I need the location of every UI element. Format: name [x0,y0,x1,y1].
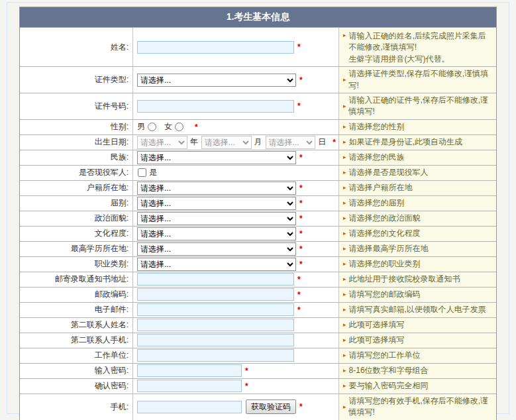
gender-female-radio[interactable] [175,123,183,131]
work-unit-row: 工作单位:▸请填写您的工作单位 [20,348,496,363]
political-status-label: 政治面貌: [20,211,132,226]
second-contact-name-input[interactable] [137,319,294,331]
gender-female-label: 女 [164,121,172,132]
password-label: 输入密码: [20,364,132,378]
id-type-label: 证件类型: [20,67,132,93]
second-contact-phone-row: 第二联系人手机:▸此项可选择填写 [20,333,496,348]
second-contact-phone-input[interactable] [137,334,294,346]
gender-male-radio[interactable] [148,123,156,131]
gender-label: 性别: [20,120,132,134]
work-unit-field [132,348,339,363]
active-military-hint: ▸请选择是否是现役军人 [339,166,496,180]
occupation-type-field: 请选择...* [132,257,339,272]
required-marker: * [245,382,248,391]
id-type-select[interactable]: 请选择... [137,74,296,87]
postal-code-label: 邮政编码: [20,288,132,302]
mailing-address-input[interactable] [137,273,294,286]
name-field: * [132,28,339,66]
day-select[interactable]: 请选择... [266,136,316,149]
password-input[interactable] [137,364,242,377]
required-marker: * [333,138,336,147]
year-unit-label: 年 [190,136,198,148]
second-contact-name-row: 第二联系人姓名:▸此项可选择填写 [20,317,496,333]
mobile-field: 获取验证码* [132,394,339,420]
mailing-address-hint: ▸此地址用于接收院校录取通知书 [339,272,496,287]
hint-bullet-icon: ▸ [343,274,346,284]
postal-code-row: 邮政编码:*▸请填写您的邮政编码 [20,287,496,302]
active-military-label: 是否现役军人: [20,166,132,180]
second-contact-phone-hint-text: 此项可选择填写 [349,335,405,346]
highest-education-location-select[interactable]: 请选择... [137,242,296,256]
occupation-type-hint: ▸请选择您的职业类别 [339,257,496,272]
political-status-select[interactable]: 请选择... [137,212,296,225]
household-registration-label: 户籍所在地: [20,181,132,195]
household-registration-row: 户籍所在地:请选择...*▸请选择户籍所在地 [20,180,496,195]
page-container: 1.考生基本信息 姓名:*▸请输入正确的姓名,后续完成照片采集后不能修改,谨慎填… [7,2,509,414]
second-contact-phone-label: 第二联系人手机: [20,333,132,348]
name-input[interactable] [137,41,294,54]
household-registration-select[interactable]: 请选择... [137,182,296,195]
education-level-select[interactable]: 请选择... [137,227,296,240]
password-hint: ▸8-16位数字和字母组合 [339,364,496,378]
hint-bullet-icon: ▸ [343,402,346,412]
work-unit-input[interactable] [137,349,294,362]
hint-bullet-icon: ▸ [343,259,346,269]
category-label: 届别: [20,196,132,211]
active-military-checkbox[interactable] [138,168,146,177]
second-contact-phone-field [132,333,339,348]
ethnicity-hint-text: 请选择您的民族 [349,152,405,163]
postal-code-input[interactable] [137,288,294,301]
required-marker: * [299,153,303,162]
id-number-input[interactable] [137,100,294,113]
postal-code-hint-text: 请填写您的邮政编码 [349,289,421,300]
confirm-password-input[interactable] [137,380,242,392]
hint-bullet-icon: ▸ [343,289,346,299]
mobile-input[interactable] [137,401,242,413]
highest-education-location-field: 请选择...* [132,242,339,256]
occupation-type-row: 职业类别:请选择...*▸请选择您的职业类别 [20,256,496,272]
confirm-password-hint-text: 要与输入密码完全相同 [349,380,429,392]
education-level-field: 请选择...* [132,227,339,241]
second-contact-phone-hint: ▸此项可选择填写 [339,333,496,348]
highest-education-location-label: 最高学历所在地: [20,242,132,256]
month-select[interactable]: 请选择... [201,136,252,149]
hint-bullet-icon: ▸ [343,320,346,330]
mobile-hint-text: 请填写您的有效手机,保存后不能修改,谨慎填写! [349,395,493,419]
hint-bullet-icon: ▸ [343,183,346,193]
id-number-label: 证件号码: [20,93,132,119]
mobile-label: 手机: [20,394,132,420]
birth-date-hint: ▸如果证件是身份证,此项自动生成 [339,135,496,150]
ethnicity-select[interactable]: 请选择... [137,151,296,164]
ethnicity-label: 民族: [20,150,132,165]
year-select[interactable]: 请选择... [137,136,187,149]
birth-date-field: 请选择...年请选择...月请选择...日* [132,135,339,150]
password-hint-text: 8-16位数字和字母组合 [349,365,429,376]
mobile-row: 手机:获取验证码*▸请填写您的有效手机,保存后不能修改,谨慎填写! [20,394,496,420]
ethnicity-row: 民族:请选择...*▸请选择您的民族 [20,150,496,165]
form-rows: 姓名:*▸请输入正确的姓名,后续完成照片采集后不能修改,谨慎填写! 生僻字请用拼… [20,27,496,420]
occupation-type-hint-text: 请选择您的职业类别 [349,258,421,270]
political-status-row: 政治面貌:请选择...*▸请选择您的政治面貌 [20,211,496,226]
email-input[interactable] [137,303,294,316]
second-contact-name-label: 第二联系人姓名: [20,318,132,333]
postal-code-field: * [132,288,339,302]
occupation-type-select[interactable]: 请选择... [137,258,296,271]
hint-bullet-icon: ▸ [343,381,346,391]
mobile-get-code-button[interactable]: 获取验证码 [246,399,296,414]
category-hint: ▸请选择您的届别 [339,196,496,211]
category-select[interactable]: 请选择... [137,197,296,210]
active-military-row: 是否现役军人:是▸请选择是否是现役军人 [20,165,496,180]
basic-info-form: 1.考生基本信息 姓名:*▸请输入正确的姓名,后续完成照片采集后不能修改,谨慎填… [19,7,497,420]
required-marker: * [297,101,301,111]
work-unit-hint-text: 请填写您的工作单位 [349,350,421,361]
hint-bullet-icon: ▸ [343,229,346,238]
hint-bullet-icon: ▸ [343,101,346,111]
id-number-hint: ▸请输入正确的证件号,保存后不能修改,谨慎填写! [339,93,496,119]
active-military-checkbox-label: 是 [149,167,157,178]
required-marker: * [299,76,303,85]
email-hint-text: 请填写真实邮箱,以便领取个人电子发票 [349,304,486,315]
hint-bullet-icon: ▸ [343,305,346,315]
category-hint-text: 请选择您的届别 [349,197,405,209]
required-marker: * [299,260,303,269]
mobile-hint: ▸请填写您的有效手机,保存后不能修改,谨慎填写! [339,394,496,420]
